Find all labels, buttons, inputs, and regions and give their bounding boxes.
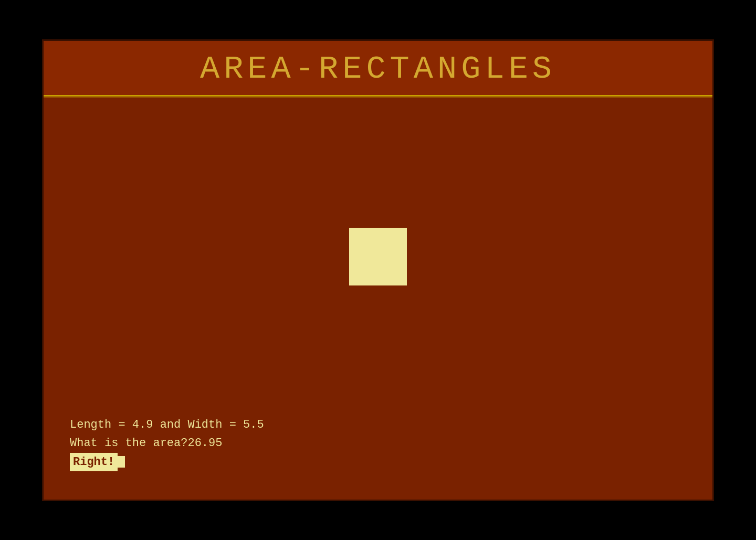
content-area: Length = 4.9 and Width = 5.5 What is the… [44, 97, 712, 492]
bottom-text-block: Length = 4.9 and Width = 5.5 What is the… [70, 416, 264, 471]
header-bar: AREA-RECTANGLES [44, 41, 712, 97]
answer-line: Right! [70, 453, 264, 471]
answer-feedback: Right! [70, 453, 118, 471]
problem-line1: Length = 4.9 and Width = 5.5 [70, 416, 264, 433]
rectangle-shape [349, 228, 407, 285]
app-title: AREA-RECTANGLES [200, 50, 556, 88]
problem-line2: What is the area?26.95 [70, 435, 264, 452]
retro-screen: AREA-RECTANGLES Length = 4.9 and Width =… [42, 39, 714, 501]
cursor-block [118, 456, 125, 468]
